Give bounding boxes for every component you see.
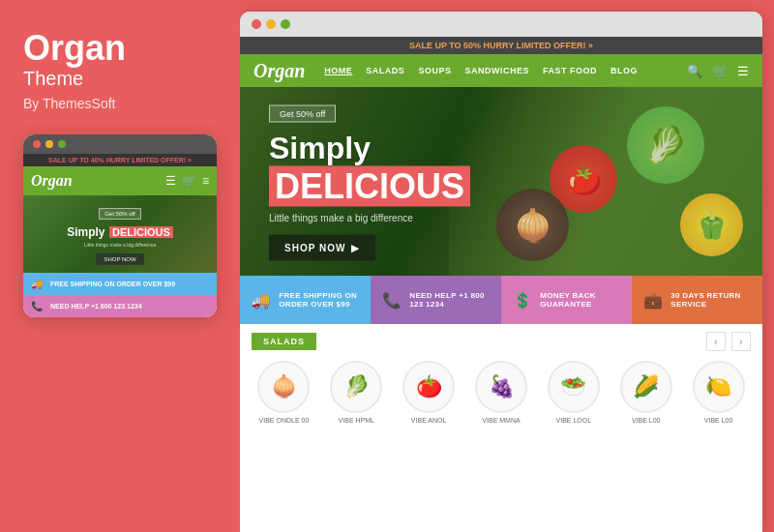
left-panel: Organ Theme By ThemesSoft SALE UP TO 40%… [0,0,240,532]
mobile-cart-icon[interactable]: 🛒 [182,174,196,188]
mobile-titlebar [23,134,217,154]
products-grid: 🧅 VIBE ONDLE 00 🥬 VIBE HPML 🍅 VIBE ANOL … [240,357,762,431]
product-item-3: 🍅 VIBE ANOL [397,361,461,424]
mobile-menu-icon[interactable]: ☰ [165,174,176,188]
desktop-dot-green [281,19,290,29]
hero-veg-green: 🥬 [627,106,704,184]
product-name-3: VIBE ANOL [411,417,447,424]
nav-soups[interactable]: SOUPS [418,66,451,75]
mobile-promo-suffix: HURRY LIMITED OFFER! » [106,157,192,163]
mobile-list-icon[interactable]: ≡ [202,174,209,188]
mobile-tagline: Little things make a big difference [67,242,173,248]
product-name-7: VIBE L00 [704,417,733,424]
mobile-phone-icon: 📞 [31,301,43,311]
shipping-text: FREE SHIPPING ON ORDER OVER $99 [279,291,357,309]
product-image-4[interactable]: 🍇 [475,361,527,413]
mobile-promo-text: SALE UP TO [48,157,89,163]
desktop-promo-suffix: HURRY LIMITED OFFER! » [484,41,594,50]
mobile-promo-pct: 40% [91,157,104,163]
phone-text: NEED HELP +1 800 123 1234 [409,291,484,309]
info-bar-return: 💼 30 DAYS RETURN SERVICE [632,276,762,324]
phone-icon: 📞 [382,291,402,310]
hero-veg-yellow: 🫑 [680,193,743,256]
product-item-5: 🥗 VIBE LOOL [541,361,606,424]
products-header: SALADS ‹ › [240,324,762,357]
mobile-info-bars: 🚚 FREE SHIPPING ON ORDER OVER $99 📞 NEED… [23,273,217,317]
nav-home[interactable]: HOME [324,66,352,75]
mobile-phone-text: NEED HELP +1 800 123 1234 [50,303,142,310]
mobile-dot-yellow [45,140,53,148]
product-name-2: VIBE HPML [339,417,374,424]
products-tab-salads[interactable]: SALADS [252,333,316,350]
desktop-promo-bar: SALE UP TO 50% HURRY LIMITED OFFER! » [240,37,762,54]
desktop-hero: 🥬 🍅 🫑 🧅 Get 50% off Simply DELICIOUS Lit… [240,87,762,276]
desktop-info-bars: 🚚 FREE SHIPPING ON ORDER OVER $99 📞 NEED… [240,276,762,324]
theme-subtitle: Theme [23,68,217,90]
desktop-dot-red [252,19,261,29]
dollar-icon: 💲 [513,291,532,310]
desktop-nav: Organ HOME SALADS SOUPS SANDWICHES FAST … [240,54,762,87]
desktop-dot-yellow [266,19,276,29]
product-image-7[interactable]: 🍋 [693,361,745,413]
products-nav: ‹ › [706,332,751,351]
mobile-hero: Get 50% off Simply DELICIOUS Little thin… [23,195,217,273]
mobile-shipping-text: FREE SHIPPING ON ORDER OVER $99 [50,281,175,287]
mobile-simply-text: Simply [67,225,104,239]
product-image-1[interactable]: 🧅 [257,361,310,413]
hero-delicious-text: DELICIOUS [269,165,470,206]
shop-now-button[interactable]: SHOP NOW ▶ [269,234,375,260]
mobile-nav: Organ ☰ 🛒 ≡ [23,166,217,195]
products-next-button[interactable]: › [731,332,751,351]
menu-icon[interactable]: ☰ [737,64,749,78]
product-item-1: 🧅 VIBE ONDLE 00 [252,361,316,424]
info-bar-shipping: 🚚 FREE SHIPPING ON ORDER OVER $99 [240,276,371,324]
right-panel: SALE UP TO 50% HURRY LIMITED OFFER! » Or… [240,12,762,532]
mobile-nav-icons: ☰ 🛒 ≡ [165,174,209,188]
product-name-6: VIBE L00 [632,417,661,424]
products-prev-button[interactable]: ‹ [706,332,726,351]
mobile-logo: Organ [31,172,73,190]
info-bar-phone: 📞 NEED HELP +1 800 123 1234 [371,276,501,324]
hero-tagline-text: Little things make a big difference [269,212,470,222]
product-image-3[interactable]: 🍅 [402,361,455,413]
mobile-hero-badge: Get 50% off [99,208,141,220]
cart-icon[interactable]: 🛒 [712,64,728,78]
mobile-truck-icon: 🚚 [31,279,43,289]
desktop-titlebar [240,12,762,37]
desktop-logo: Organ [253,60,305,82]
return-icon: 💼 [643,291,663,310]
product-image-2[interactable]: 🥬 [330,361,382,413]
mobile-promo-bar: SALE UP TO 40% HURRY LIMITED OFFER! » [23,154,217,166]
desktop-browser-content: SALE UP TO 50% HURRY LIMITED OFFER! » Or… [240,37,762,532]
truck-icon: 🚚 [252,291,271,310]
mobile-hero-content: Get 50% off Simply DELICIOUS Little thin… [67,202,173,265]
mobile-dot-green [58,140,66,148]
product-item-2: 🥬 VIBE HPML [324,361,389,424]
desktop-nav-right: 🔍 🛒 ☰ [687,64,749,78]
return-text: 30 DAYS RETURN SERVICE [670,291,740,309]
hero-simply-text: Simply [269,130,470,165]
desktop-promo-pct: 50% [463,41,481,50]
product-image-5[interactable]: 🥗 [548,361,600,413]
nav-blog[interactable]: BLOG [610,66,638,75]
desktop-products-section: SALADS ‹ › 🧅 VIBE ONDLE 00 🥬 VIBE HPML 🍅 [240,324,762,532]
product-item-4: 🍇 VIBE MMNA [469,361,534,424]
mobile-shop-button[interactable]: SHOP NOW [96,253,143,265]
hero-veg-basket: 🧅 [496,189,569,261]
hero-content: Get 50% off Simply DELICIOUS Little thin… [269,103,470,260]
product-item-7: 🍋 VIBE L00 [686,361,751,424]
nav-fastfood[interactable]: FAST FOOD [543,66,597,75]
product-item-6: 🌽 VIBE L00 [613,361,678,424]
mobile-info-bar-shipping: 🚚 FREE SHIPPING ON ORDER OVER $99 [23,273,217,295]
desktop-nav-links: HOME SALADS SOUPS SANDWICHES FAST FOOD B… [324,66,687,75]
theme-title: Organ [23,29,217,68]
shop-now-label: SHOP NOW [284,242,345,252]
product-image-6[interactable]: 🌽 [620,361,672,413]
nav-salads[interactable]: SALADS [366,66,404,75]
mobile-dot-red [33,140,41,148]
mobile-delicious-text: DELICIOUS [109,226,173,238]
nav-sandwiches[interactable]: SANDWICHES [464,66,529,75]
search-icon[interactable]: 🔍 [687,64,702,78]
desktop-promo-text: SALE UP TO [409,41,461,50]
info-bar-moneyback: 💲 MONEY BACK GUARANTEE [501,276,632,324]
